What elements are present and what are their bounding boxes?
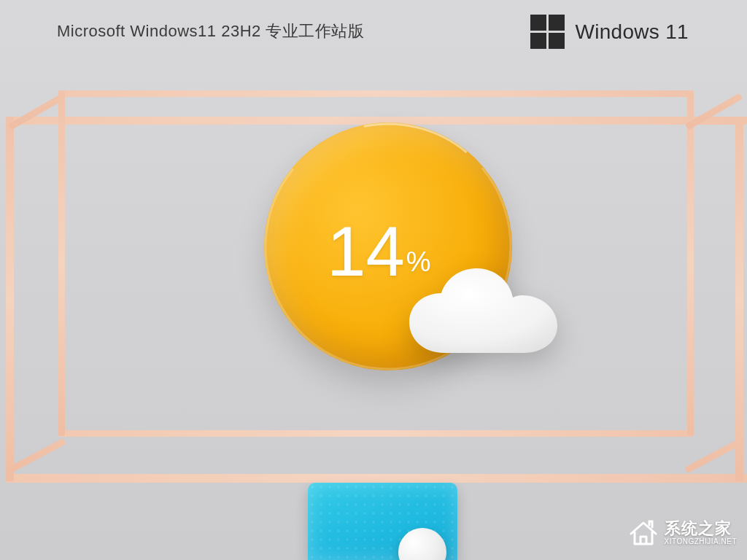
frame-bar bbox=[58, 90, 693, 97]
frame-bar bbox=[6, 117, 14, 481]
frame-bar bbox=[58, 430, 693, 437]
watermark-url: XITONGZHIJIA.NET bbox=[665, 538, 738, 546]
frame-bar-diagonal bbox=[7, 438, 66, 473]
house-icon bbox=[628, 519, 659, 547]
windows-logo-text: Windows 11 bbox=[575, 20, 689, 44]
cloud-icon bbox=[404, 267, 565, 376]
frame-bar bbox=[6, 474, 747, 483]
windows-logo: Windows 11 bbox=[530, 15, 689, 49]
frame-bar bbox=[58, 90, 65, 436]
frame-bar bbox=[687, 90, 694, 436]
watermark: 系统之家 XITONGZHIJIA.NET bbox=[628, 519, 738, 547]
frame-bar bbox=[735, 117, 743, 481]
page-title: Microsoft Windows11 23H2 专业工作站版 bbox=[57, 20, 364, 42]
windows-logo-icon bbox=[530, 15, 565, 49]
progress-number: 14 bbox=[327, 211, 405, 292]
frame-bar-diagonal bbox=[684, 438, 743, 473]
watermark-brand: 系统之家 bbox=[665, 520, 738, 537]
